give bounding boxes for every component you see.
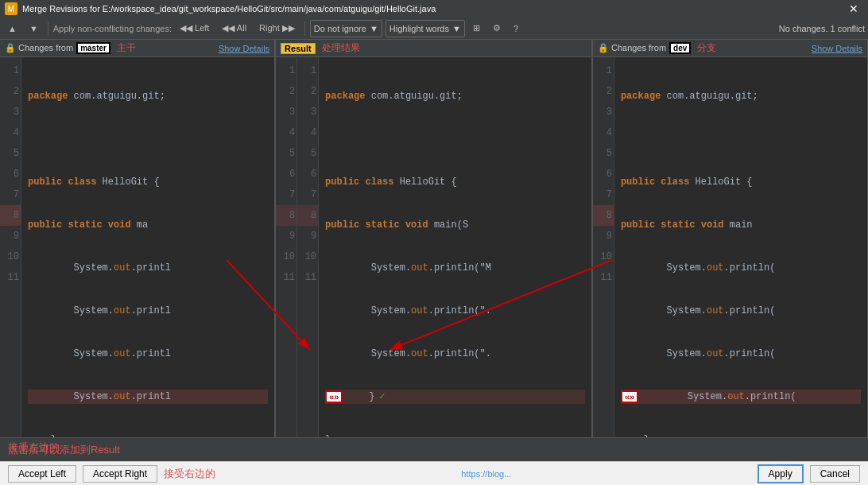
columns-button[interactable]: ⊞ <box>468 20 485 37</box>
right-chinese-label: 分支 <box>697 41 716 55</box>
middle-code-content[interactable]: package com.atguigu.git; public class He… <box>319 57 591 437</box>
apply-button[interactable]: Apply <box>758 464 804 483</box>
ignore-dropdown[interactable]: Do not ignore ▼ <box>310 20 382 37</box>
close-button[interactable]: ✕ <box>844 1 863 17</box>
middle-line-numbers-right: 1 2 3 4 5 6 7 8 9 10 11 <box>297 57 319 437</box>
merge-area: 🔒 Changes from master 主干 Show Details 1 … <box>0 40 868 437</box>
left-show-details[interactable]: Show Details <box>219 44 269 53</box>
app-icon: M <box>5 2 17 15</box>
accept-right-conflict-button[interactable]: «» <box>621 390 638 403</box>
left-chinese-label: 主干 <box>117 41 136 55</box>
next-conflict-button[interactable]: ▼ <box>25 20 43 37</box>
accept-left-conflict-button[interactable]: «» <box>325 390 343 403</box>
middle-panel: Result 处理结果 1 2 3 4 5 6 7 8 9 10 11 1 2 … <box>275 40 592 437</box>
help-button[interactable]: ? <box>509 20 523 37</box>
right-code-content[interactable]: package com.atguigu.git; public class He… <box>614 57 867 437</box>
highlight-dropdown[interactable]: Highlight words ▼ <box>386 20 465 37</box>
middle-processing-label: 处理结果 <box>322 41 360 55</box>
right-line-numbers: 1 2 3 4 5 6 7 8 9 10 11 <box>593 57 614 437</box>
left-line-numbers: 1 2 3 4 5 6 7 8 9 10 11 <box>0 57 21 437</box>
blog-link[interactable]: https://blog... <box>461 469 511 479</box>
chevron-down-icon-2: ▼ <box>452 24 461 33</box>
left-branch-label: master <box>76 42 110 54</box>
right-code-area: 1 2 3 4 5 6 7 8 9 10 11 package com.atgu… <box>593 57 867 437</box>
left-code-area: 1 2 3 4 5 6 7 8 9 10 11 package com.atgu… <box>0 57 274 437</box>
apply-left-button[interactable]: ◀◀ Left <box>175 20 214 37</box>
right-header-prefix: 🔒 Changes from <box>598 43 666 53</box>
left-annotation: 接受左边的 <box>8 440 60 455</box>
left-header-prefix: 🔒 Changes from <box>5 43 73 53</box>
right-branch-label: dev <box>669 42 691 54</box>
middle-result-label: Result <box>281 43 316 54</box>
left-code-content[interactable]: package com.atguigu.git; public class He… <box>21 57 274 437</box>
right-show-details[interactable]: Show Details <box>812 44 862 53</box>
right-panel-header: 🔒 Changes from dev 分支 Show Details <box>593 40 867 57</box>
prev-conflict-button[interactable]: ▲ <box>3 20 21 37</box>
no-changes-text: No changes. 1 conflict <box>779 24 865 33</box>
toolbar-sep-2 <box>304 21 305 36</box>
title-bar: M Merge Revisions for E:/workspace_idea/… <box>0 0 868 17</box>
apply-changes-label: Apply non-conflicting changes: <box>53 24 172 33</box>
left-panel-header: 🔒 Changes from master 主干 Show Details <box>0 40 274 57</box>
accept-left-button[interactable]: Accept Left <box>8 465 76 483</box>
toolbar: ▲ ▼ Apply non-conflicting changes: ◀◀ Le… <box>0 17 868 40</box>
settings-button[interactable]: ⚙ <box>488 20 506 37</box>
bottom-bar: Accept Left Accept Right 接受右边的 接受左边的 htt… <box>0 461 868 485</box>
accept-right-button[interactable]: Accept Right <box>83 465 157 483</box>
status-bar: 点击后可以添加到Result <box>0 437 868 461</box>
middle-panel-header: Result 处理结果 <box>276 40 591 57</box>
window-title: Merge Revisions for E:/workspace_idea/gi… <box>22 4 844 14</box>
left-panel: 🔒 Changes from master 主干 Show Details 1 … <box>0 40 275 437</box>
cancel-button[interactable]: Cancel <box>810 465 860 483</box>
toolbar-sep-1 <box>48 21 48 36</box>
apply-right-button[interactable]: Right ▶▶ <box>254 20 300 37</box>
right-annotation: 接受右边的 <box>164 467 215 481</box>
middle-line-numbers-left: 1 2 3 4 5 6 7 8 9 10 11 <box>276 57 297 437</box>
right-panel: 🔒 Changes from dev 分支 Show Details 1 2 3… <box>592 40 868 437</box>
chevron-down-icon: ▼ <box>370 24 378 33</box>
middle-code-area: 1 2 3 4 5 6 7 8 9 10 11 1 2 3 4 5 6 7 8 <box>276 57 591 437</box>
apply-all-button[interactable]: ◀◀ All <box>217 20 251 37</box>
